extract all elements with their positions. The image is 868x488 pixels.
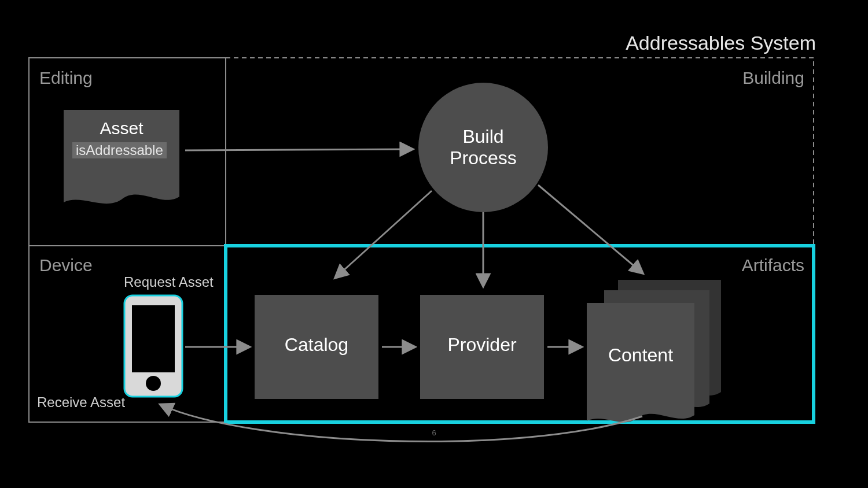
request-asset-label: Request Asset (124, 274, 214, 290)
asset-tag: isAddressable (72, 142, 167, 158)
device-label: Device (39, 256, 93, 275)
asset-title: Asset (64, 119, 179, 138)
building-label: Building (742, 68, 804, 88)
arrow-asset-to-build (185, 149, 412, 150)
slide-number: 6 (0, 428, 868, 437)
diagram-stage: Addressables System (0, 0, 868, 488)
arrow-build-to-catalog (336, 191, 432, 278)
receive-asset-label: Receive Asset (37, 394, 125, 411)
diagram-canvas (0, 0, 868, 488)
build-process-label: Build Process (425, 126, 541, 169)
arrow-build-to-content (538, 185, 642, 273)
svg-rect-1 (132, 305, 175, 372)
editing-label: Editing (39, 68, 93, 88)
content-label: Content (587, 345, 694, 366)
catalog-label: Catalog (255, 334, 378, 356)
provider-label: Provider (420, 334, 544, 356)
svg-point-2 (146, 376, 161, 391)
artifacts-label: Artifacts (742, 256, 804, 275)
phone-icon (124, 295, 182, 397)
